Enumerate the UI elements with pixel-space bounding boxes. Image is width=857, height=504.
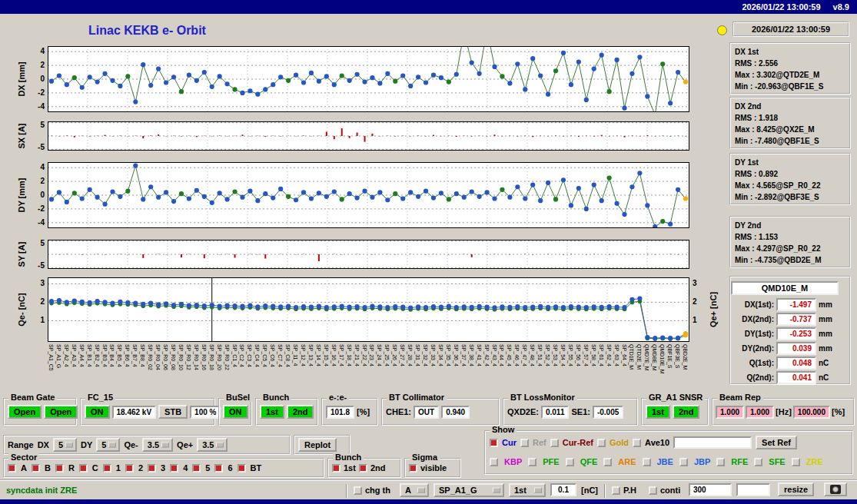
sx-y-ticks: 5-5 bbox=[29, 121, 46, 151]
sector-6-label: 6 bbox=[228, 463, 232, 472]
set-ref-button[interactable]: Set Ref bbox=[756, 436, 797, 449]
show-kbp-checkbox[interactable] bbox=[490, 458, 498, 466]
stat-box-dy2: DY 2nd RMS : 1.153 Max : 4.297@SP_R0_22 … bbox=[729, 216, 851, 268]
sector-6-checkbox[interactable] bbox=[214, 464, 223, 472]
bunch-1st-button[interactable]: 1st bbox=[260, 405, 284, 419]
show-sfe-checkbox[interactable] bbox=[754, 458, 762, 466]
x-axis-label: SP_R0_08 bbox=[171, 344, 176, 370]
sector-2-checkbox[interactable] bbox=[125, 464, 134, 472]
sector-b-checkbox[interactable] bbox=[32, 464, 40, 472]
sector-r-label: R bbox=[68, 463, 75, 472]
show-cur-ref-checkbox[interactable] bbox=[550, 439, 559, 447]
show-qfe-checkbox[interactable] bbox=[566, 458, 574, 466]
show-gold-checkbox[interactable] bbox=[597, 439, 606, 447]
fc15-on-button[interactable]: ON bbox=[85, 405, 110, 419]
stat-min: Min : -2.892@QBF3E_S bbox=[735, 191, 845, 203]
qmd-row: Q(2nd): 0.041 nC bbox=[731, 370, 849, 385]
sector-3-checkbox[interactable] bbox=[148, 464, 156, 472]
bunch2-1st-label: 1st bbox=[344, 463, 356, 472]
stat-box-dx2: DX 2nd RMS : 1.918 Max : 8.425@QX2E_M Mi… bbox=[729, 97, 851, 149]
sector-5-checkbox[interactable] bbox=[192, 464, 201, 472]
busel-on-button[interactable]: ON bbox=[223, 405, 248, 419]
threshold-input[interactable]: 0.1 bbox=[550, 483, 576, 496]
y-tick-label: 1 bbox=[40, 316, 45, 324]
qmd-title: QMD10E_M bbox=[731, 281, 839, 295]
ref-name-input[interactable] bbox=[673, 436, 752, 449]
ph-checkbox[interactable] bbox=[612, 486, 620, 495]
qmd-value: 0.041 bbox=[776, 371, 816, 384]
replot-button[interactable]: Replot bbox=[298, 438, 337, 452]
conti-checkbox[interactable] bbox=[649, 486, 657, 495]
range-qep-dropdown[interactable]: 3.5 bbox=[197, 438, 228, 452]
range-qem-label: Qe- bbox=[124, 440, 138, 449]
range-dy-dropdown[interactable]: 5 bbox=[96, 438, 120, 452]
show-cur-label: Cur bbox=[502, 438, 517, 447]
sector-4-checkbox[interactable] bbox=[170, 464, 178, 472]
bt-collimator-panel: BT Collimator CHE1: OUT 0.940 bbox=[381, 398, 500, 426]
chg-th-checkbox[interactable] bbox=[354, 486, 362, 495]
range-panel: Range DX 5 DY 5 Qe- 3.5 Qe+ 3.5 bbox=[3, 435, 291, 455]
qmd-label: DX(1st): bbox=[734, 300, 774, 309]
sx-plot-svg bbox=[48, 121, 689, 151]
x-axis-label: SP_R0_22 bbox=[224, 344, 230, 370]
snsr-1st-button[interactable]: 1st bbox=[646, 405, 670, 419]
x-axis-label: SP_63_4 bbox=[614, 344, 619, 366]
dx-plot-svg bbox=[48, 46, 689, 112]
blank-input[interactable] bbox=[736, 483, 770, 496]
beam-gate-open-button-1[interactable]: Open bbox=[8, 405, 42, 419]
threshold-mode-dropdown[interactable]: A bbox=[400, 483, 429, 497]
show-jbp-checkbox[interactable] bbox=[679, 458, 688, 466]
show-ave10-checkbox[interactable] bbox=[633, 439, 641, 447]
snsr-2nd-button[interactable]: 2nd bbox=[673, 405, 700, 419]
show-ref-checkbox[interactable] bbox=[520, 439, 529, 447]
range-dx-dropdown[interactable]: 5 bbox=[53, 438, 77, 452]
sector-r-checkbox[interactable] bbox=[55, 464, 64, 472]
x-axis-label: SP_R0_12 bbox=[186, 344, 191, 370]
y-tick-label: -5 bbox=[38, 261, 45, 270]
range-qem-dropdown[interactable]: 3.5 bbox=[142, 438, 173, 452]
bunch2-1st-checkbox[interactable] bbox=[332, 464, 340, 472]
stat-min: Min : -20.963@QBF1E_S bbox=[735, 81, 845, 92]
show-jbp-label: JBP bbox=[694, 457, 710, 466]
bunch-2nd-button[interactable]: 2nd bbox=[287, 405, 314, 419]
beam-rep-title: Beam Rep bbox=[717, 393, 763, 402]
screenshot-button[interactable] bbox=[824, 482, 847, 496]
monitor-select-dropdown[interactable]: SP_A1_G bbox=[433, 483, 504, 497]
status-lamp-icon bbox=[717, 25, 727, 35]
dy-y-ticks: 420-2-4 bbox=[29, 162, 46, 228]
beam-rep-value-2: 1.000 bbox=[746, 406, 774, 419]
sector-bt-label: BT bbox=[251, 463, 262, 472]
interval-input[interactable]: 300 bbox=[689, 483, 732, 496]
show-zre-checkbox[interactable] bbox=[792, 458, 800, 466]
sigma-visible-checkbox[interactable] bbox=[409, 464, 417, 472]
beam-rep-value-3: 100.000 bbox=[793, 406, 830, 419]
show-jbe-checkbox[interactable] bbox=[643, 458, 651, 466]
x-axis-label: SP_A1_C5 bbox=[48, 344, 54, 371]
stat-max: Max : 4.297@SP_R0_22 bbox=[735, 243, 845, 254]
show-rfe-checkbox[interactable] bbox=[716, 458, 725, 466]
bunch-select-dropdown[interactable]: 1st bbox=[509, 483, 546, 497]
show-pfe-checkbox[interactable] bbox=[528, 458, 536, 466]
x-axis-label: SP_C7_4 bbox=[277, 344, 283, 367]
x-axis-label: SP_46_4 bbox=[514, 344, 520, 366]
x-axis-label: SP_42_4 bbox=[484, 344, 490, 366]
qmd-unit: mm bbox=[819, 344, 832, 353]
chg-th-label: chg th bbox=[365, 486, 390, 495]
sigma-title: Sigma bbox=[410, 453, 440, 462]
fc15-stb-button[interactable]: STB bbox=[158, 405, 188, 419]
show-cur-checkbox[interactable] bbox=[490, 439, 498, 447]
bunch-title: Bunch bbox=[261, 393, 291, 402]
stat-box-dy1: DY 1st RMS : 0.892 Max : 4.565@SP_R0_22 … bbox=[729, 153, 851, 205]
dy-plot-svg bbox=[48, 162, 689, 228]
fc15-title: FC_15 bbox=[85, 393, 115, 402]
bunch2-2nd-checkbox[interactable] bbox=[359, 464, 367, 472]
sector-c-checkbox[interactable] bbox=[79, 464, 88, 472]
beam-gate-open-button-2[interactable]: Open bbox=[44, 405, 78, 419]
q-right-y-ticks: 321 bbox=[691, 277, 708, 342]
sector-bt-checkbox[interactable] bbox=[238, 464, 246, 472]
sector-a-checkbox[interactable] bbox=[8, 464, 16, 472]
y-tick-label: 4 bbox=[40, 163, 45, 171]
sector-1-checkbox[interactable] bbox=[103, 464, 111, 472]
resize-button[interactable]: resize bbox=[778, 482, 814, 496]
show-are-checkbox[interactable] bbox=[603, 458, 612, 466]
